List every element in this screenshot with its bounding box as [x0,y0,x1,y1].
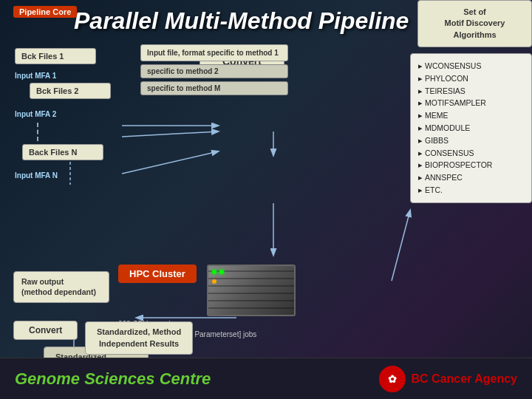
algo-meme: MEME [418,109,524,122]
bc-cancer-text: BC Cancer Agency [412,372,517,386]
algo-etc: ETC. [418,184,524,197]
input-mfa-1-label: Input MFA 1 [15,72,56,80]
specific-methodM-box: specific to method M [140,81,288,95]
pipeline-core-label: Pipeline Core [19,7,71,16]
motif-line3: Algorithms [453,30,496,39]
algo-teiresias: TEIRESIAS [418,85,524,98]
algo-gibbs: GIBBS [418,134,524,147]
specific-method2-box: specific to method 2 [140,64,288,78]
convert-bottom-label: Convert [29,325,62,335]
motif-discovery-box: Set of Motif Discovery Algorithms [417,0,532,47]
pipeline-core-badge: Pipeline Core [13,6,77,18]
raw-output-box: Raw output (method dependant) [13,271,109,303]
svg-line-8 [392,211,410,281]
raw-output-line1: Raw output [21,277,64,286]
convert-bottom-box: Convert [13,321,78,340]
input-method1-box: Input file, format specific to method 1 [140,44,288,61]
algo-mdmodule: MDMODULE [418,122,524,134]
algo-annspec: ANNSPEC [418,171,524,184]
algo-wconsensus: WCONSENSUS [418,60,524,72]
results-box: Standardized, Method Independent Results [85,321,193,355]
hpc-label: HPC Cluster [118,265,197,283]
main-container: Pipeline Core Parallel Multi-Method Pipe… [0,0,532,399]
algo-phylocon: PHYLOCON [418,72,524,85]
bc-cancer-logo: ✿ BC Cancer Agency [379,366,517,392]
motif-line2: Motif Discovery [445,18,505,27]
algo-motifsampler: MOTIFSAMPLER [418,97,524,109]
back-files-n-box: Back Files N [22,144,103,160]
bck-files-2-box: Bck Files 2 [30,83,111,99]
dashed-separator [37,123,111,141]
results-line2: Independent Results [99,339,179,348]
algo-bioprospector: BIOPROSPECTOR [418,159,524,171]
results-line1: Standardized, Method [97,327,181,336]
algo-consensus: CONSENSUS [418,147,524,160]
inputs-column: Bck Files 1 Input MFA 1 Bck Files 2 Inpu… [15,48,111,181]
bc-cancer-icon: ✿ [379,366,406,392]
input-file-area: Input file, format specific to method 1 … [140,44,288,98]
svg-line-5 [122,151,218,174]
algorithms-list: WCONSENSUS PHYLOCON TEIRESIAS MOTIFSAMPL… [410,53,532,203]
raw-output-line2: (method dependant) [21,287,96,296]
genome-sciences-text: Genome Sciences Centre [15,369,211,389]
input-mfa-2-label: Input MFA 2 [15,110,56,118]
svg-line-3 [122,132,218,137]
input-mfa-n-label: Input MFA N [15,171,58,180]
hpc-image [207,265,296,316]
motif-line1: Set of [463,7,486,16]
footer: Genome Sciences Centre ✿ BC Cancer Agenc… [0,358,532,399]
bck-files-1-box: Bck Files 1 [15,48,96,64]
